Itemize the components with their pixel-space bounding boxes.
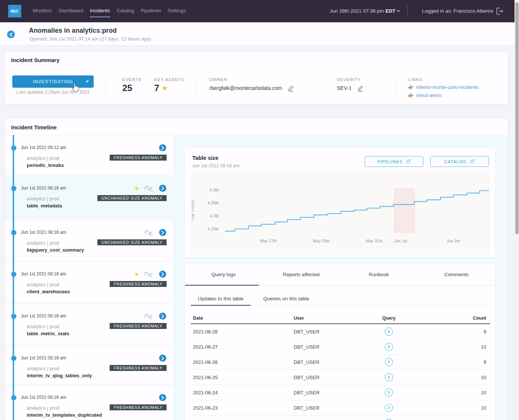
query-log-row: 2021-06-23DBT_USER10 — [185, 400, 495, 416]
open-event-button[interactable] — [159, 394, 166, 401]
chart-title: Table size — [192, 155, 219, 161]
y-axis-label: row count — [191, 200, 195, 221]
anomaly-badge: FRESHNESS ANOMALY — [110, 323, 167, 329]
open-event-button[interactable] — [159, 355, 166, 362]
tab-comments[interactable]: Comments — [418, 264, 495, 285]
open-event-button[interactable] — [159, 229, 166, 236]
view-query-button[interactable] — [385, 388, 393, 397]
catalog-button[interactable]: CATALOG — [430, 156, 489, 167]
first-seen-icon: 1st — [144, 271, 153, 278]
row-date: 2021-06-26 — [193, 359, 218, 365]
entry-table-name[interactable]: table_metadata — [27, 203, 62, 209]
svg-text:May 27th: May 27th — [260, 239, 277, 243]
scrollbar-thumb[interactable] — [515, 2, 519, 234]
nav-items: MonitorsDashboardIncidentsCatalogPipelin… — [33, 8, 193, 13]
last-updated: Last updated 2:26pm Jun 8th, 2021 — [9, 90, 97, 95]
view-query-button[interactable] — [385, 404, 393, 412]
query-log-row: 2021-06-25DBT_USER10 — [185, 370, 495, 385]
row-count: 9 — [484, 359, 486, 365]
col-divider-2 — [196, 75, 197, 100]
timeline-dot — [11, 145, 16, 151]
slack-link-1[interactable]: #mcd-alerts — [408, 93, 478, 98]
entry-table-name[interactable]: table_metric_stats — [27, 331, 69, 336]
svg-text:Jun 3rd: Jun 3rd — [447, 239, 460, 243]
entry-table-name[interactable]: interim_tv_qlog_tables_only — [27, 373, 92, 378]
entry-timestamp: Jun 1st 2021 08:16 am — [21, 185, 66, 191]
entry-table-name[interactable]: client_warehouses — [27, 289, 70, 294]
logout-icon[interactable] — [495, 7, 504, 16]
open-event-button[interactable] — [159, 185, 166, 192]
nav-item-pipelines[interactable]: Pipelines — [141, 8, 161, 13]
severity-value: SEV-1 — [337, 84, 364, 91]
key-asset-star-icon: ★ — [134, 271, 139, 278]
subtab-active-underline — [191, 305, 251, 306]
links-column: LINKS #demo-monte-carlo-incidents#mcd-al… — [408, 77, 478, 98]
nav-item-catalog[interactable]: Catalog — [117, 8, 134, 13]
nav-item-settings[interactable]: Settings — [168, 8, 186, 13]
subtab-updates-to-this-table[interactable]: Updates to this table — [198, 296, 244, 301]
timeline-dot — [11, 186, 16, 191]
timeline-entry-table_metadata: Jun 1st 2021 08:16 am★1stanalytics | pro… — [5, 176, 173, 219]
view-query-button[interactable] — [385, 373, 393, 381]
tab-reports-affected[interactable]: Reports affected — [262, 264, 340, 285]
timeline-dot — [11, 230, 16, 235]
open-event-button[interactable] — [159, 144, 166, 151]
subtab-queries-on-this-table[interactable]: Queries on this table — [263, 296, 309, 301]
entry-schema: analytics | prod — [27, 196, 59, 201]
status-dropdown[interactable]: INVESTIGATING — [12, 75, 94, 88]
external-link-icon — [406, 159, 411, 164]
view-query-button[interactable] — [385, 358, 393, 366]
back-button[interactable] — [7, 30, 15, 38]
col-header-count: Count — [473, 316, 486, 321]
nav-divider — [407, 5, 408, 17]
logged-in-as: Logged in as: Francisco Alberini — [422, 8, 493, 14]
row-user: DBT_USER — [294, 405, 319, 411]
col-header-query: Query — [378, 316, 400, 321]
query-log-row: 2021-06-28DBT_USER9 — [185, 324, 495, 339]
pipelines-button[interactable]: PIPELINES — [365, 156, 423, 167]
edit-owner-icon[interactable] — [287, 85, 294, 92]
view-query-button[interactable] — [385, 343, 393, 351]
open-event-button[interactable] — [159, 271, 166, 278]
row-user: DBT_USER — [294, 329, 319, 335]
top-nav: M|C MonitorsDashboardIncidentsCatalogPip… — [0, 0, 519, 22]
entry-table-name[interactable]: interim_tv_templates_duplicated — [27, 412, 102, 418]
first-seen-icon: 1st — [144, 313, 153, 320]
edit-severity-icon[interactable] — [357, 85, 364, 92]
owner-label: OWNER — [209, 77, 228, 82]
col-header-user: User — [294, 316, 304, 321]
row-date: 2021-06-28 — [193, 329, 218, 335]
entry-table-name[interactable]: bigquery_cost_summary — [27, 247, 84, 253]
nav-item-monitors[interactable]: Monitors — [33, 8, 52, 13]
slack-link-0[interactable]: #demo-monte-carlo-incidents — [408, 84, 478, 90]
events-label: EVENTS — [122, 77, 142, 82]
tab-runbook[interactable]: Runbook — [340, 264, 418, 285]
row-count-line — [225, 191, 489, 231]
table-size-card: Table size Jun 1st 2021 08:16 am PIPELIN… — [185, 148, 495, 257]
chevron-down-icon[interactable] — [396, 10, 400, 13]
entry-timestamp: Jun 1st 2021 08:16 am — [21, 271, 66, 277]
svg-text:4.3M: 4.3M — [210, 188, 219, 192]
timeline-dot — [11, 314, 16, 319]
view-query-button[interactable] — [385, 327, 393, 336]
row-count: 10 — [481, 390, 486, 395]
entry-table-name[interactable]: periodic_breaks — [27, 162, 64, 168]
timeline-entry-bigquery_cost_summary: Jun 1st 2021 08:16 am1stanalytics | prod… — [5, 220, 173, 261]
key-assets-value: 7 ★ — [154, 83, 168, 93]
incident-summary-card: Incident Summary INVESTIGATING Last upda… — [5, 52, 508, 104]
monte-carlo-logo[interactable]: M|C — [8, 5, 21, 17]
events-value: 25 — [122, 83, 132, 93]
svg-text:May 31st: May 31st — [366, 239, 383, 243]
entry-schema: analytics | prod — [27, 155, 59, 161]
nav-item-dashboard[interactable]: Dashboard — [59, 8, 83, 13]
svg-text:May 29th: May 29th — [313, 239, 330, 243]
svg-text:4.25M: 4.25M — [207, 201, 219, 205]
tab-query-logs[interactable]: Query logs — [185, 264, 262, 285]
nav-datetime[interactable]: Jun 28th 2021 07:36 pm EDT — [330, 8, 395, 14]
open-event-button[interactable] — [159, 313, 166, 320]
incident-timeline-title: Incident Timeline — [11, 124, 57, 130]
star-icon: ★ — [162, 84, 168, 92]
svg-text:st: st — [146, 313, 149, 316]
nav-item-incidents[interactable]: Incidents — [90, 8, 110, 13]
anomaly-badge: FRESHNESS ANOMALY — [110, 155, 167, 161]
